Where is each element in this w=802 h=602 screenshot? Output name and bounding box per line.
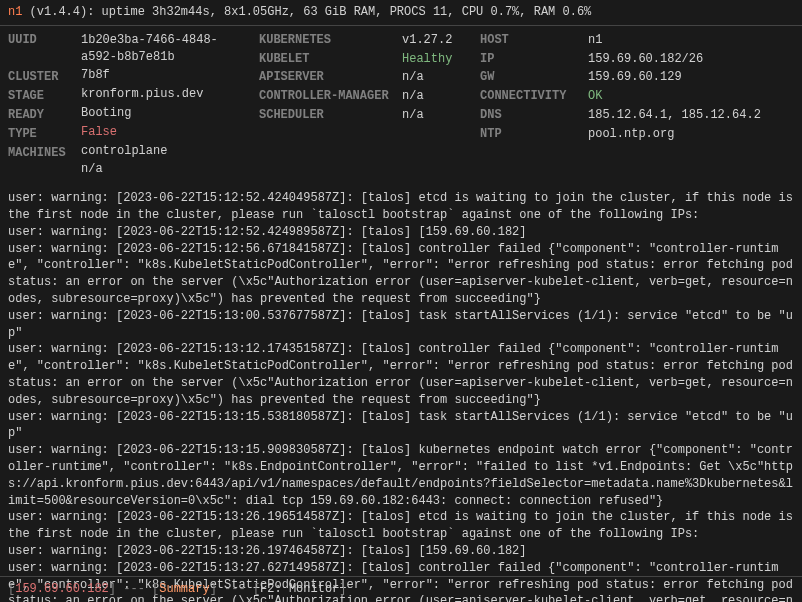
log-line: user: warning: [2023-06-22T15:12:52.4240…: [8, 190, 794, 224]
cluster-label: CLUSTER: [8, 69, 73, 86]
ntp-value: pool.ntp.org: [588, 126, 794, 143]
footer-summary-tab[interactable]: Summary: [159, 582, 209, 596]
ready-value: False: [81, 124, 251, 141]
gw-label: GW: [480, 69, 580, 86]
dns-label: DNS: [480, 107, 580, 124]
ntp-label: NTP: [480, 126, 580, 143]
type-value: controlplane: [81, 143, 251, 160]
node-info: (v1.4.4): uptime 3h32m44s, 8x1.05GHz, 63…: [30, 5, 592, 19]
conn-value: OK: [588, 88, 794, 105]
log-line: user: warning: [2023-06-22T15:13:26.1974…: [8, 543, 794, 560]
node-name: n1: [8, 5, 22, 19]
conn-label: CONNECTIVITY: [480, 88, 580, 105]
ready-label: READY: [8, 107, 73, 124]
host-label: HOST: [480, 32, 580, 49]
dns-value: 185.12.64.1, 185.12.64.2: [588, 107, 794, 124]
cm-label: CONTROLLER-MANAGER: [259, 88, 394, 105]
log-line: user: warning: [2023-06-22T15:13:26.1965…: [8, 509, 794, 543]
ip-value: 159.69.60.182/26: [588, 51, 794, 68]
scheduler-label: SCHEDULER: [259, 107, 394, 124]
kubernetes-label: KUBERNETES: [259, 32, 394, 49]
log-line: user: warning: [2023-06-22T15:13:00.5376…: [8, 308, 794, 342]
host-value: n1: [588, 32, 794, 49]
stage-label: STAGE: [8, 88, 73, 105]
log-line: user: warning: [2023-06-22T15:12:56.6718…: [8, 241, 794, 308]
cluster-value: kronform.pius.dev: [81, 86, 251, 103]
header-bar: n1 (v1.4.4): uptime 3h32m44s, 8x1.05GHz,…: [0, 0, 802, 26]
log-panel[interactable]: user: warning: [2023-06-22T15:12:52.4240…: [0, 184, 802, 602]
footer-ip[interactable]: 159.69.60.182: [15, 582, 109, 596]
uuid-label: UUID: [8, 32, 73, 49]
machines-value: n/a: [81, 161, 251, 178]
log-line: user: warning: [2023-06-22T15:13:15.9098…: [8, 442, 794, 509]
apiserver-label: APISERVER: [259, 69, 394, 86]
uuid-value: 1b20e3ba-7466-4848-a592-b8b7e81b: [81, 32, 251, 66]
ip-label: IP: [480, 51, 580, 68]
log-line: user: warning: [2023-06-22T15:12:52.4249…: [8, 224, 794, 241]
machines-label: MACHINES: [8, 145, 73, 162]
footer-monitor-tab[interactable]: F2: Monitor: [260, 582, 339, 596]
kubelet-label: KUBELET: [259, 51, 394, 68]
gw-value: 159.69.60.129: [588, 69, 794, 86]
scheduler-value: n/a: [402, 107, 472, 124]
stage-value: Booting: [81, 105, 251, 122]
uuid-value-2: 7b8f: [81, 67, 251, 84]
type-label: TYPE: [8, 126, 73, 143]
log-line: user: warning: [2023-06-22T15:13:12.1743…: [8, 341, 794, 408]
apiserver-value: n/a: [402, 69, 472, 86]
kubernetes-value: v1.27.2: [402, 32, 472, 49]
footer-bar: [159.69.60.182] --- [Summary] --- [F2: M…: [0, 576, 802, 602]
info-grid: UUID CLUSTER STAGE READY TYPE MACHINES 1…: [0, 26, 802, 184]
cm-value: n/a: [402, 88, 472, 105]
log-line: user: warning: [2023-06-22T15:13:15.5381…: [8, 409, 794, 443]
kubelet-value: Healthy: [402, 51, 472, 68]
